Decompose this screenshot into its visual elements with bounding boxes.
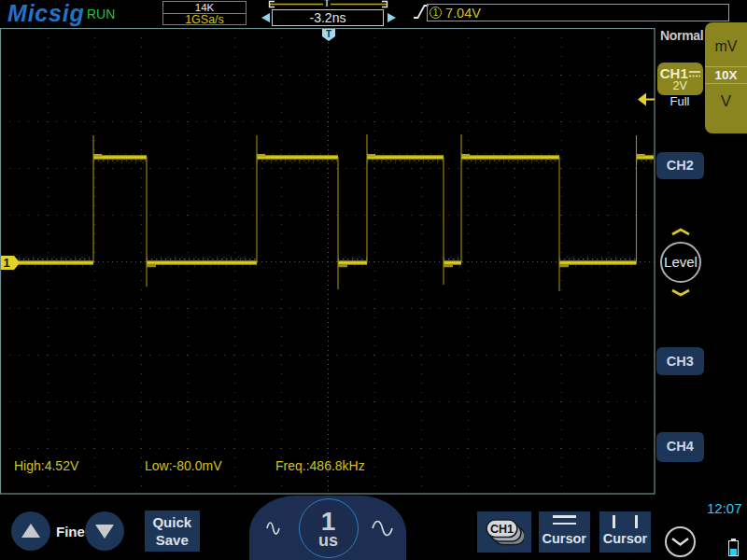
svg-text:High:4.52V: High:4.52V — [14, 458, 79, 473]
svg-text:CH1: CH1 — [490, 523, 514, 536]
svg-text:T: T — [326, 29, 331, 39]
svg-text:Low:-80.0mV: Low:-80.0mV — [145, 458, 222, 473]
svg-text:Freq.:486.8kHz: Freq.:486.8kHz — [275, 458, 365, 473]
svg-text:1: 1 — [3, 256, 9, 270]
